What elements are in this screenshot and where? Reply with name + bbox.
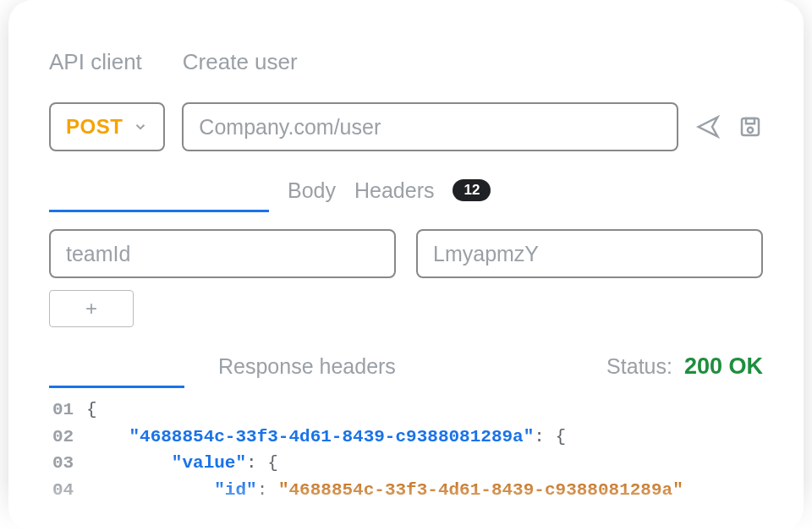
code-token: "4688854c-33f3-4d61-8439-c9388081289a" bbox=[278, 480, 683, 500]
params-row: teamId LmyapmzY bbox=[49, 229, 763, 278]
code-token: "value" bbox=[172, 453, 246, 473]
svg-point-2 bbox=[748, 128, 753, 133]
code-token: { bbox=[556, 427, 567, 446]
chevron-down-icon bbox=[133, 119, 148, 134]
code-token: { bbox=[86, 400, 97, 419]
tab-body[interactable]: Body bbox=[288, 178, 336, 203]
save-icon[interactable] bbox=[738, 114, 763, 140]
tab-response-body-active[interactable] bbox=[49, 351, 193, 381]
http-method-select[interactable]: POST bbox=[49, 102, 165, 151]
send-icon[interactable] bbox=[695, 114, 721, 140]
code-token: : bbox=[257, 480, 268, 500]
code-token: : bbox=[246, 453, 257, 473]
svg-rect-1 bbox=[746, 118, 754, 123]
tab-response-headers[interactable]: Response headers bbox=[218, 354, 396, 379]
line-number: 04 bbox=[52, 477, 86, 504]
api-client-card: API client Create user POST Company.com/… bbox=[8, 0, 804, 531]
status-block: Status: 200 OK bbox=[606, 353, 763, 380]
param-value-input[interactable]: LmyapmzY bbox=[416, 229, 763, 278]
response-tabs: Response headers Status: 200 OK bbox=[49, 351, 763, 381]
add-param-button[interactable]: + bbox=[49, 290, 134, 327]
code-token: : bbox=[534, 427, 545, 446]
http-method-label: POST bbox=[66, 115, 123, 139]
line-number: 02 bbox=[52, 424, 86, 451]
code-token: "4688854c-33f3-4d61-8439-c9388081289a" bbox=[129, 427, 534, 446]
line-number: 01 bbox=[52, 397, 86, 424]
param-value-value: LmyapmzY bbox=[433, 242, 539, 266]
response-body-code: 01{ 02 "4688854c-33f3-4d61-8439-c9388081… bbox=[49, 397, 763, 503]
line-number: 03 bbox=[52, 450, 86, 477]
breadcrumb: API client Create user bbox=[49, 49, 763, 75]
code-token: { bbox=[267, 453, 278, 473]
tab-headers[interactable]: Headers bbox=[354, 178, 435, 203]
param-key-input[interactable]: teamId bbox=[49, 229, 396, 278]
status-label: Status: bbox=[606, 354, 672, 379]
breadcrumb-item-api-client[interactable]: API client bbox=[49, 49, 142, 75]
param-key-value: teamId bbox=[66, 242, 130, 266]
headers-count-badge: 12 bbox=[453, 179, 491, 201]
url-input[interactable]: Company.com/user bbox=[182, 102, 678, 151]
request-tabs: Body Headers 12 bbox=[49, 175, 763, 205]
request-row: POST Company.com/user bbox=[49, 102, 763, 151]
breadcrumb-item-create-user[interactable]: Create user bbox=[183, 49, 298, 75]
add-param-label: + bbox=[85, 297, 97, 320]
code-token: "id" bbox=[214, 480, 256, 500]
tab-params-active[interactable] bbox=[49, 175, 269, 205]
status-value: 200 OK bbox=[684, 353, 763, 380]
url-value: Company.com/user bbox=[199, 115, 381, 140]
